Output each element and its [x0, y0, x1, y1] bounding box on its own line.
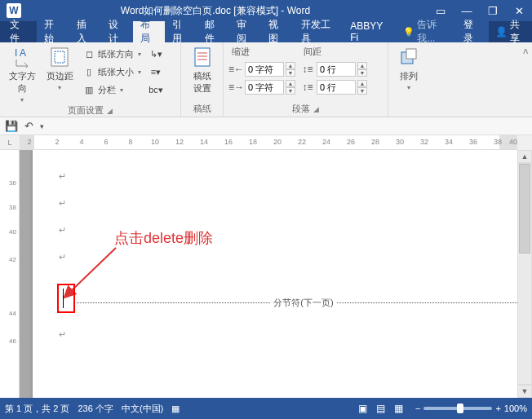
svg-text:I: I — [15, 47, 17, 59]
spinner-down[interactable]: ▼ — [357, 87, 367, 95]
chevron-down-icon: ▾ — [156, 67, 161, 77]
restore-button[interactable]: ❐ — [480, 0, 506, 21]
dialog-launcher-icon[interactable]: ◢ — [313, 105, 319, 113]
spinner-up[interactable]: ▲ — [286, 80, 295, 87]
spinner-down[interactable]: ▼ — [357, 69, 367, 77]
tell-me-input[interactable]: 💡告诉我... — [396, 21, 456, 42]
ruler-tick: 24 — [322, 138, 330, 146]
tab-design[interactable]: 设计 — [101, 21, 133, 42]
login-link[interactable]: 登录 — [456, 21, 488, 42]
zoom-level[interactable]: 100% — [504, 404, 527, 413]
stationery-icon — [191, 46, 214, 68]
ruler-tick: 18 — [249, 138, 257, 146]
group-stationery: 稿纸 设置 稿纸 — [181, 42, 224, 117]
section-break: 分节符(下一页) — [77, 297, 517, 309]
ruler-corner: L — [0, 135, 20, 150]
web-layout-icon[interactable]: ▦ — [391, 402, 407, 415]
size-button[interactable]: ▯纸张大小▾ — [80, 64, 144, 80]
share-button[interactable]: 👤共享 — [489, 21, 532, 42]
tell-me-label: 告诉我... — [417, 18, 449, 46]
quick-access-toolbar: 💾 ↶ ▾ — [0, 117, 532, 135]
spinner-up[interactable]: ▲ — [357, 62, 367, 69]
stationery-button[interactable]: 稿纸 设置 — [186, 46, 218, 95]
share-label: 共享 — [510, 18, 525, 46]
tab-mailings[interactable]: 邮件 — [197, 21, 229, 42]
zoom-in-button[interactable]: + — [495, 404, 500, 413]
tab-file[interactable]: 文件 — [0, 21, 37, 42]
tab-view[interactable]: 视图 — [261, 21, 293, 42]
indent-left-icon: ≡← — [228, 64, 243, 75]
tab-devtools[interactable]: 开发工具 — [294, 21, 344, 42]
qat-dropdown-icon[interactable]: ▾ — [40, 122, 44, 130]
ruler-tick: 36 — [469, 138, 477, 146]
group-arrange: 排列▾ — [388, 42, 429, 117]
breaks-button[interactable]: ↳▾ — [147, 46, 165, 62]
line-numbers-button[interactable]: ≡▾ — [147, 64, 165, 80]
tab-references[interactable]: 引用 — [165, 21, 197, 42]
spinner-down[interactable]: ▼ — [286, 69, 295, 77]
collapse-ribbon-icon[interactable]: ʌ — [523, 46, 529, 56]
text-direction-button[interactable]: IA 文字方向▾ — [5, 46, 39, 104]
ruler-tick: 22 — [298, 138, 306, 146]
status-bar: 第 1 页，共 2 页 236 个字 中文(中国) ▦ ▣ ▤ ▦ − + 10… — [0, 398, 532, 419]
print-layout-icon[interactable]: ▤ — [373, 402, 389, 415]
breaks-icon: ↳ — [150, 49, 157, 60]
scroll-thumb[interactable] — [519, 164, 530, 254]
size-icon: ▯ — [82, 66, 95, 77]
macro-icon[interactable]: ▦ — [171, 404, 180, 414]
document-area[interactable]: ↵ ↵ ↵ ↵ 点击delete删除 分节符(下一页) ↵ — [20, 150, 517, 398]
ruler-tick: 38 — [494, 138, 502, 146]
tab-insert[interactable]: 插入 — [69, 21, 101, 42]
ruler-tick: 28 — [371, 138, 379, 146]
hyphenation-button[interactable]: bc▾ — [147, 82, 165, 98]
page-setup-label: 页面设置 — [68, 104, 104, 117]
svg-rect-4 — [195, 48, 210, 66]
ruler-tick: 32 — [420, 138, 428, 146]
ruler-tick: 46 — [9, 337, 16, 345]
columns-label: 分栏 — [98, 84, 116, 96]
section-break-label: 分节符(下一页) — [270, 297, 336, 309]
read-mode-icon[interactable]: ▣ — [355, 402, 371, 415]
svg-rect-9 — [406, 49, 416, 59]
lightbulb-icon: 💡 — [403, 27, 415, 37]
chevron-down-icon: ▾ — [120, 86, 123, 94]
word-count[interactable]: 236 个字 — [78, 403, 113, 415]
indent-left-input[interactable] — [245, 62, 284, 77]
scroll-down-button[interactable]: ▼ — [517, 385, 532, 398]
spinner-down[interactable]: ▼ — [286, 87, 295, 95]
margins-button[interactable]: 页边距▾ — [42, 46, 77, 91]
orientation-button[interactable]: ◻纸张方向▾ — [80, 46, 144, 62]
arrange-button[interactable]: 排列▾ — [393, 46, 424, 91]
tab-layout[interactable]: 布局 — [133, 21, 165, 42]
vertical-scrollbar[interactable]: ▲ ▼ — [517, 135, 532, 398]
undo-icon[interactable]: ↶ — [24, 120, 33, 132]
tab-abbyy[interactable]: ABBYY Fi — [343, 21, 396, 42]
scroll-track[interactable] — [517, 163, 532, 385]
spinner-up[interactable]: ▲ — [286, 62, 295, 69]
paragraph-label: 段落 — [292, 103, 310, 115]
spacing-before-input[interactable] — [317, 62, 356, 77]
arrange-icon — [397, 46, 420, 68]
indent-right-input[interactable] — [245, 80, 284, 95]
chevron-down-icon: ▾ — [407, 84, 410, 91]
tab-review[interactable]: 审阅 — [229, 21, 261, 42]
zoom-out-button[interactable]: − — [415, 404, 420, 413]
scroll-up-button[interactable]: ▲ — [517, 150, 532, 163]
arrange-label: 排列 — [400, 70, 418, 82]
dialog-launcher-icon[interactable]: ◢ — [107, 107, 113, 115]
chevron-down-icon: ▾ — [20, 96, 24, 104]
orientation-icon: ◻ — [82, 48, 95, 60]
language-indicator[interactable]: 中文(中国) — [122, 403, 163, 415]
spinner-up[interactable]: ▲ — [357, 80, 367, 87]
paragraph-mark: ↵ — [59, 171, 496, 182]
page-indicator[interactable]: 第 1 页，共 2 页 — [5, 403, 69, 415]
zoom-slider[interactable] — [423, 407, 492, 410]
chevron-down-icon: ▾ — [158, 85, 163, 95]
ruler-tick: 36 — [9, 179, 16, 187]
tab-home[interactable]: 开始 — [37, 21, 69, 42]
text-direction-label: 文字方向 — [5, 70, 39, 95]
horizontal-ruler: 2 2 4 6 8 10 12 14 16 18 20 22 24 26 28 … — [20, 135, 517, 150]
save-icon[interactable]: 💾 — [5, 120, 18, 132]
spacing-after-input[interactable] — [317, 80, 356, 95]
columns-button[interactable]: ▥分栏▾ — [80, 82, 144, 98]
